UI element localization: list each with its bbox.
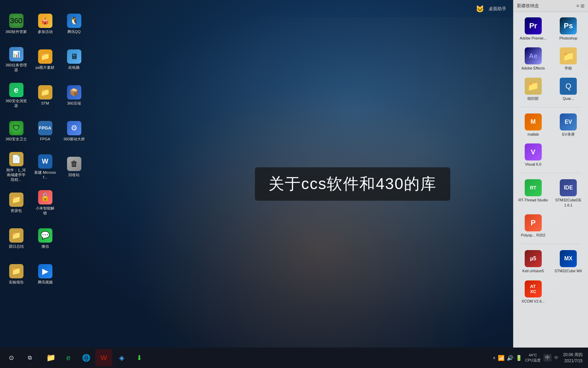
tray-volume-icon[interactable]: 🔊 [507, 355, 513, 361]
right-panel-header: 新建收纳盒 ≡ ⊞ [513, 0, 588, 12]
panel-icon-org[interactable]: 📁 组织部 [517, 76, 550, 103]
task-view-button[interactable]: ⧉ [21, 349, 38, 366]
right-panel-title: 新建收纳盒 [517, 3, 539, 9]
xiaomi-icon: 🔓 [38, 190, 52, 204]
desktop-icon-fpga[interactable]: FPGA FPGA [32, 114, 58, 148]
experiment-icon: 📁 [9, 264, 23, 278]
panel-icon-photoshop[interactable]: Ps Photoshop [552, 15, 585, 43]
desktop-icon-resource[interactable]: 📁 资源包 [3, 186, 29, 220]
desktop-icon-label: 团日总结 [9, 244, 24, 249]
panel-icon-label: Keil uVision5 [522, 269, 544, 273]
desktop-icons-area: 360 360软件管家 🎪 参加活动 🐧 腾讯QQ 📊 360任务管理器 📁 p… [0, 0, 95, 348]
tray-arrow-icon[interactable]: ∧ [493, 355, 496, 360]
desktop-icon-activity[interactable]: 🎪 参加活动 [32, 7, 58, 41]
desktop-icon-label: 回收站 [68, 172, 80, 177]
desktop-icon-360manager[interactable]: 360 360软件管家 [3, 7, 29, 41]
360browser-icon: e [9, 83, 23, 97]
recycle-icon: 🗑 [67, 157, 81, 171]
desktop-icon-label: 360驱动大师 [63, 137, 84, 141]
xcom-icon: ATXC [525, 280, 542, 297]
desktop-icon-psfolder[interactable]: 📁 ps图片素材 [32, 43, 58, 77]
desktop-icon-taskmanager[interactable]: 📊 360任务管理器 [3, 43, 29, 77]
teamsummary-icon: 📁 [9, 228, 23, 243]
taskbar-left: ⊙ ⧉ [0, 349, 41, 366]
desktop-icon-recycle[interactable]: 🗑 回收站 [61, 150, 87, 184]
360driver-icon: ⚙ [67, 121, 81, 135]
right-panel-icons-grid: Pr Adobe Premie... Ps Photoshop Ae Adobe… [513, 12, 588, 309]
panel-icon-keil[interactable]: µ5 Keil uVision5 [517, 248, 550, 275]
desktop-icon-tencentvideo[interactable]: ▶ 腾讯视频 [32, 257, 58, 291]
taskmanager-icon: 📊 [9, 47, 23, 61]
panel-list-view-icon[interactable]: ≡ [576, 3, 579, 9]
desktop-icon-wechat[interactable]: 💬 微信 [32, 221, 58, 256]
desktop-icon-label: 360任务管理器 [5, 63, 27, 73]
tencentvideo-icon: ▶ [38, 264, 52, 278]
fpga-icon: FPGA [38, 121, 52, 135]
center-text-overlay: 关于ccs软件和430的库 [255, 167, 450, 201]
panel-icon-matlab[interactable]: M matlab [517, 111, 550, 139]
resource-icon: 📁 [9, 193, 23, 207]
panel-icon-ae[interactable]: Ae Adobe Effects [517, 45, 550, 73]
desktop-icon-360compress[interactable]: 📦 360压缩 [61, 78, 87, 112]
360compress-icon: 📦 [67, 85, 81, 99]
panel-icon-ev[interactable]: EV EV录屏 [552, 111, 585, 139]
taskbar-wps[interactable]: W [95, 349, 112, 366]
taskbar-edge[interactable]: 🌐 [78, 349, 95, 366]
taskbar-file-explorer[interactable]: 📁 [42, 349, 59, 366]
desktop-icon-newword[interactable]: W 新建 Microsof... [32, 150, 58, 184]
360guard-icon: 🛡 [9, 121, 23, 135]
desktop-icon-xiaomi[interactable]: 🔓 小米智能解锁 [32, 186, 58, 220]
panel-icon-stm-ide[interactable]: IDE STM32CubeDE 1.6.1 [552, 177, 585, 210]
right-panel: 新建收纳盒 ≡ ⊞ Pr Adobe Premie... Ps Photosho… [513, 0, 588, 348]
desktop-icon-experiment[interactable]: 📁 实验报告 [3, 257, 29, 291]
panel-icon-rt[interactable]: RT RT-Thread Studio [517, 177, 550, 210]
desktop-icon-360driver[interactable]: ⚙ 360驱动大师 [61, 114, 87, 148]
desktop-icon-computer[interactable]: 🖥 此电脑 [61, 43, 87, 77]
clock-time: 20:06 周四 [563, 352, 583, 358]
desktop-assistant[interactable]: 🐱 桌面助手 [474, 3, 506, 15]
panel-icon-xcom[interactable]: ATXC XCOM V2.6... [517, 278, 550, 306]
desktop-icon-label: ps图片素材 [36, 65, 55, 70]
tray-network-icon[interactable]: 📶 [498, 355, 505, 361]
ime-layout-indicator: 中 [554, 355, 558, 361]
desktop-icon-qq[interactable]: 🐧 腾讯QQ [61, 7, 87, 41]
keil-icon: µ5 [525, 250, 542, 267]
wechat-icon: 💬 [38, 228, 52, 243]
cpu-temp-display: 44°C CPU温度 [525, 353, 540, 363]
panel-icon-visual[interactable]: V Visual 6.0 [517, 141, 550, 169]
panel-icon-school[interactable]: 📁 学校 [552, 45, 585, 73]
taskbar-app-extra2[interactable]: ⬇ [131, 349, 148, 366]
panel-icon-stm-mx[interactable]: MX STM32Cube MX [552, 248, 585, 275]
desktop-icon-label: 360软件管家 [5, 29, 27, 34]
start-button[interactable]: ⊙ [3, 349, 20, 366]
rt-icon: RT [525, 179, 542, 196]
desktop-icon-label: 360压缩 [67, 101, 81, 106]
panel-icon-label: EV录屏 [562, 132, 575, 137]
qq-icon: 🐧 [67, 14, 81, 28]
taskbar: ⊙ ⧉ 📁 e 🌐 W ◈ ⬇ ∧ 📶 🔊 🔋 44°C CPU温度 中 [0, 348, 588, 368]
taskbar-ie-browser[interactable]: e [60, 349, 77, 366]
tray-battery-icon[interactable]: 🔋 [516, 355, 522, 361]
ime-indicator[interactable]: 中 [543, 354, 552, 362]
panel-divider2 [520, 173, 582, 173]
desktop-icon-label: 小米智能解锁 [34, 206, 56, 216]
school-folder-icon: 📁 [560, 47, 577, 64]
desktop-icon-360browser[interactable]: e 360安全浏览器 [3, 78, 29, 112]
panel-grid-view-icon[interactable]: ⊞ [581, 3, 585, 9]
activity-icon: 🎪 [38, 14, 52, 28]
panel-icon-premiere[interactable]: Pr Adobe Premie... [517, 15, 550, 43]
clock-date: 2021/7/15 [565, 358, 583, 364]
taskbar-app-extra1[interactable]: ◈ [113, 349, 130, 366]
desktop-icon-label: 新建 Microsof... [34, 170, 56, 180]
panel-icon-quar[interactable]: Q Quar... [552, 76, 585, 103]
desktop-icon-stm[interactable]: 📁 STM [32, 78, 58, 112]
panel-icon-polyspace[interactable]: P Polysp... R202 [517, 212, 550, 240]
clock-display[interactable]: 20:06 周四 2021/7/15 [561, 352, 585, 364]
desktop-icon-attachment[interactable]: 📄 附件：1_河南城建学学院程... [3, 150, 29, 184]
assistant-label: 桌面助手 [489, 6, 506, 12]
assistant-cat-icon: 🐱 [474, 3, 486, 15]
desktop-icon-teamsummary[interactable]: 📁 团日总结 [3, 221, 29, 256]
desktop-icon-360guard[interactable]: 🛡 360安全卫士 [3, 114, 29, 148]
stm-ide-icon: IDE [560, 179, 577, 196]
desktop-icon-label: 微信 [42, 244, 49, 249]
